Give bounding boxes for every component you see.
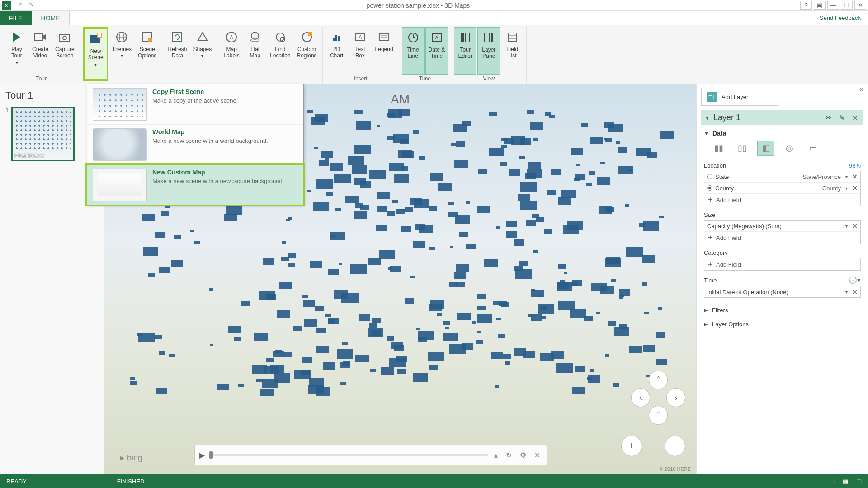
tour-editor-button[interactable]: Tour Editor — [454, 27, 476, 75]
maximize-button[interactable]: ❐ — [841, 1, 853, 10]
timeline-settings-button[interactable]: ⚙ — [518, 451, 528, 460]
filters-section-header[interactable]: ▶Filters — [701, 303, 863, 317]
ribbon-toggle-button[interactable]: ▣ — [814, 1, 826, 10]
chevron-down-icon[interactable]: ▾ — [844, 290, 849, 295]
rotate-right-button[interactable]: › — [666, 388, 685, 407]
timeline-handle[interactable] — [209, 451, 213, 459]
timeline-loop-button[interactable]: ↻ — [504, 451, 514, 460]
viz-stacked-column-button[interactable]: ▮▮ — [710, 141, 727, 156]
timeline-control: ▶ ▴ ↻ ⚙ ✕ — [194, 445, 547, 465]
layer-options-section-header[interactable]: ▶Layer Options — [701, 317, 863, 331]
layer-pane-button[interactable]: Layer Pane — [477, 27, 500, 75]
statusbar-view3-button[interactable]: ◲ — [856, 478, 862, 485]
time-field[interactable]: Initial Date of Operation (None) ▾ ✕ — [704, 286, 860, 297]
themes-button[interactable]: Themes — [109, 27, 134, 81]
tilt-up-button[interactable]: ˄ — [649, 371, 668, 389]
shapes-button[interactable]: Shapes — [190, 27, 214, 81]
visualization-type-row: ▮▮ ▯▯ ◧ ◎ ▭ — [710, 141, 861, 156]
capture-screen-button[interactable]: Capture Screen — [52, 27, 77, 75]
timeline-icon — [405, 29, 421, 46]
gear-icon — [139, 29, 156, 45]
chevron-down-icon[interactable]: ▾ — [844, 186, 849, 191]
size-field[interactable]: Capacity (Megawatts) (Sum) ▾ ✕ — [704, 221, 860, 232]
radio-checked-icon[interactable] — [707, 185, 712, 191]
layer-header[interactable]: ▼ Layer 1 👁 ✎ ✕ — [701, 110, 863, 125]
refresh-icon — [169, 29, 185, 45]
scene-thumbnail[interactable]: First Scene — [11, 107, 75, 161]
add-size-field-button[interactable]: +Add Field — [704, 232, 860, 244]
find-location-button[interactable]: Find Location — [267, 27, 293, 81]
menu-item-new-custom-map[interactable]: New Custom MapMake a new scene with a ne… — [85, 163, 305, 206]
send-feedback-link[interactable]: Send Feedback — [820, 11, 868, 25]
add-layer-button[interactable]: ≡+ Add Layer — [701, 88, 778, 106]
svg-rect-23 — [333, 38, 335, 41]
remove-field-button[interactable]: ✕ — [852, 173, 858, 180]
svg-text:A: A — [230, 35, 233, 40]
layer-rename-button[interactable]: ✎ — [837, 114, 847, 122]
add-location-field-button[interactable]: +Add Field — [704, 194, 860, 206]
viz-region-button[interactable]: ▭ — [804, 141, 821, 156]
viz-bubble-button[interactable]: ◧ — [757, 141, 774, 156]
chevron-down-icon[interactable]: ▾ — [844, 174, 849, 179]
textbox-icon: A — [352, 29, 368, 45]
new-scene-button[interactable]: +New Scene — [83, 27, 108, 81]
chevron-right-icon: ▶ — [704, 307, 708, 313]
statusbar-view1-button[interactable]: ▭ — [829, 478, 835, 485]
refresh-data-button[interactable]: Refresh Data — [165, 27, 189, 81]
help-button[interactable]: ? — [800, 1, 812, 10]
undo-button[interactable]: ↶ — [14, 1, 25, 10]
video-icon — [32, 29, 48, 45]
text-box-button[interactable]: AText Box — [349, 27, 372, 75]
statusbar-view2-button[interactable]: ▦ — [843, 478, 848, 485]
svg-text:A: A — [435, 35, 439, 40]
location-confidence[interactable]: 98% — [849, 162, 861, 169]
svg-text:A: A — [359, 34, 362, 41]
zoom-in-button[interactable]: + — [621, 436, 642, 456]
redo-button[interactable]: ↷ — [25, 1, 36, 10]
scene-options-button[interactable]: Scene Options — [135, 27, 159, 81]
timeline-button[interactable]: Time Line — [402, 27, 425, 75]
tour-editor-icon — [457, 29, 473, 46]
timeline-track[interactable] — [209, 454, 488, 456]
create-video-button[interactable]: Create Video — [29, 27, 52, 75]
tab-file[interactable]: FILE — [0, 11, 32, 25]
data-section-header[interactable]: ▼Data — [704, 130, 861, 137]
add-category-field-button[interactable]: +Add Field — [704, 258, 860, 270]
viz-heatmap-button[interactable]: ◎ — [781, 141, 798, 156]
remove-field-button[interactable]: ✕ — [852, 222, 858, 230]
play-tour-button[interactable]: Play Tour — [5, 27, 28, 75]
location-field-county[interactable]: County County ▾ ✕ — [704, 183, 860, 194]
menu-item-world-map[interactable]: World MapMake a new scene with a world b… — [87, 125, 303, 165]
time-settings-button[interactable]: 🕒▾ — [849, 276, 861, 284]
zoom-out-button[interactable]: − — [665, 436, 685, 456]
tilt-down-button[interactable]: ˅ — [649, 406, 668, 425]
remove-field-button[interactable]: ✕ — [852, 184, 858, 192]
viz-clustered-column-button[interactable]: ▯▯ — [734, 141, 751, 156]
remove-field-button[interactable]: ✕ — [852, 288, 858, 296]
timeline-close-button[interactable]: ✕ — [533, 451, 542, 460]
timeline-play-button[interactable]: ▶ — [199, 451, 205, 460]
timeline-speed-button[interactable]: ▴ — [492, 451, 500, 460]
layer-delete-button[interactable]: ✕ — [850, 114, 860, 122]
tab-home[interactable]: HOME — [32, 11, 70, 25]
2d-chart-button[interactable]: 2D Chart — [326, 27, 348, 75]
date-time-button[interactable]: ADate & Time — [425, 27, 448, 75]
location-field-state[interactable]: State State/Province ▾ ✕ — [704, 171, 860, 183]
map-labels-button[interactable]: AMap Labels — [220, 27, 243, 81]
legend-button[interactable]: Legend — [373, 27, 396, 75]
layer-visibility-button[interactable]: 👁 — [823, 114, 834, 122]
custom-regions-button[interactable]: Custom Regions — [294, 27, 320, 81]
field-list-button[interactable]: Field List — [501, 27, 524, 75]
svg-rect-37 — [465, 33, 470, 42]
new-scene-icon: + — [88, 31, 104, 47]
menu-item-copy-scene[interactable]: Copy First SceneMake a copy of the activ… — [87, 84, 303, 125]
layer-pane-close-button[interactable]: ✕ — [859, 86, 864, 93]
group-label-time: Time — [419, 75, 431, 84]
flat-map-button[interactable]: Flat Map — [244, 27, 266, 81]
rotate-left-button[interactable]: ‹ — [631, 388, 650, 407]
radio-unchecked-icon[interactable] — [707, 174, 712, 179]
close-window-button[interactable]: ✕ — [854, 1, 866, 10]
chevron-down-icon[interactable]: ▾ — [844, 224, 849, 229]
minimize-button[interactable]: — — [827, 1, 839, 10]
svg-rect-13 — [173, 33, 182, 42]
